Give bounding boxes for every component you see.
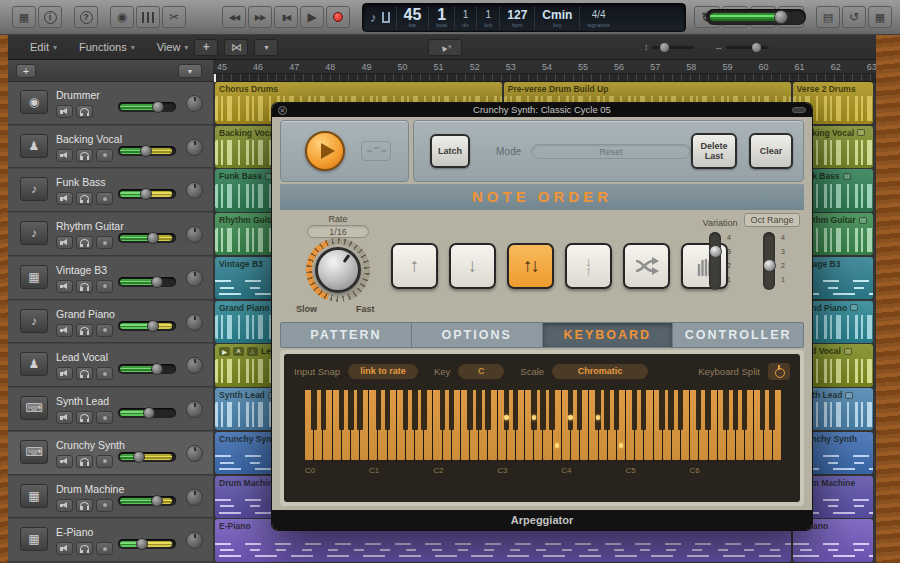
loop-browser-button[interactable] (842, 6, 866, 28)
black-key[interactable] (641, 390, 647, 430)
black-key[interactable] (385, 390, 391, 430)
pan-knob[interactable] (186, 226, 203, 243)
lcd-bpm[interactable]: 127bpm (499, 6, 534, 30)
volume-knob[interactable] (152, 101, 164, 113)
solo-button[interactable] (76, 105, 93, 118)
black-key[interactable] (339, 390, 345, 430)
black-key[interactable] (476, 390, 482, 430)
solo-button[interactable] (76, 149, 93, 162)
volume-slider[interactable] (118, 277, 176, 287)
track-header-rhythm-guitar[interactable]: ♪Rhythm Guitar (8, 213, 213, 256)
volume-slider[interactable] (118, 364, 176, 374)
volume-knob[interactable] (140, 188, 152, 200)
black-key[interactable] (504, 390, 510, 430)
black-key[interactable] (449, 390, 455, 430)
mute-button[interactable] (56, 411, 73, 424)
mute-button[interactable] (56, 280, 73, 293)
variation-slider[interactable] (709, 232, 721, 290)
scale-value[interactable]: Chromatic (552, 364, 648, 379)
note-pads-button[interactable] (816, 6, 840, 28)
master-volume-slider[interactable] (706, 9, 806, 25)
plugin-close-button[interactable]: ✕ (278, 106, 287, 115)
black-key[interactable] (403, 390, 409, 430)
mute-button[interactable] (56, 105, 73, 118)
volume-slider[interactable] (118, 102, 176, 112)
vertical-zoom-slider[interactable]: ↕ (644, 42, 694, 52)
marquee-tool-button[interactable] (194, 39, 218, 56)
black-key[interactable] (604, 390, 610, 430)
record-button[interactable] (96, 499, 113, 512)
track-header-synth-lead[interactable]: ⌨Synth Lead (8, 388, 213, 431)
volume-knob[interactable] (140, 145, 152, 157)
filter-tool-button[interactable] (254, 39, 278, 56)
note-order-converge-button[interactable]: ↓↑ (565, 243, 612, 289)
volume-slider[interactable] (118, 452, 176, 462)
record-button[interactable] (96, 367, 113, 380)
solo-button[interactable] (76, 236, 93, 249)
black-key[interactable] (696, 390, 702, 430)
volume-slider[interactable] (118, 539, 176, 549)
record-button[interactable] (96, 236, 113, 249)
solo-button[interactable] (76, 455, 93, 468)
volume-knob[interactable] (147, 320, 159, 332)
solo-button[interactable] (76, 367, 93, 380)
master-volume-knob[interactable] (774, 10, 788, 24)
black-key[interactable] (485, 390, 491, 430)
track-header-options-button[interactable]: ▼ (178, 64, 202, 78)
delete-last-button[interactable]: Delete Last (691, 133, 737, 169)
horizontal-zoom-slider[interactable]: ↔ (714, 42, 768, 52)
solo-button[interactable] (76, 192, 93, 205)
tab-pattern[interactable]: PATTERN (281, 323, 412, 347)
black-key[interactable] (321, 390, 327, 430)
pan-knob[interactable] (186, 532, 203, 549)
track-header-vintage-b3[interactable]: ▦Vintage B3 (8, 257, 213, 300)
arpeggiator-play-button[interactable] (305, 131, 345, 171)
mute-button[interactable] (56, 149, 73, 162)
track-header-funk-bass[interactable]: ♪Funk Bass (8, 169, 213, 212)
black-key[interactable] (577, 390, 583, 430)
mute-button[interactable] (56, 499, 73, 512)
pan-knob[interactable] (186, 95, 203, 112)
lcd-bar[interactable]: 45bar (396, 6, 429, 30)
volume-slider[interactable] (118, 496, 176, 506)
black-key[interactable] (733, 390, 739, 430)
volume-slider[interactable] (118, 233, 176, 243)
black-key[interactable] (549, 390, 555, 430)
latch-button[interactable]: Latch (430, 134, 470, 168)
track-header-drummer[interactable]: ◉Drummer (8, 82, 213, 125)
black-key[interactable] (668, 390, 674, 430)
black-key[interactable] (659, 390, 665, 430)
black-key[interactable] (467, 390, 473, 430)
playhead[interactable] (214, 74, 216, 82)
editors-button[interactable] (162, 6, 186, 28)
tab-keyboard[interactable]: KEYBOARD (543, 323, 674, 347)
plugin-title-bar[interactable]: Crunchy Synth: Classic Cycle 05 (272, 103, 812, 117)
volume-knob[interactable] (143, 407, 155, 419)
track-header-lead-vocal[interactable]: ♟Lead Vocal (8, 344, 213, 387)
black-key[interactable] (595, 390, 601, 430)
note-order-up-down-button[interactable]: ↑↓ (507, 243, 554, 289)
record-button[interactable] (96, 280, 113, 293)
input-snap-value[interactable]: link to rate (348, 364, 418, 379)
volume-knob[interactable] (151, 276, 163, 288)
black-key[interactable] (760, 390, 766, 430)
variation-slider-knob[interactable] (709, 245, 722, 258)
black-key[interactable] (705, 390, 711, 430)
black-key[interactable] (348, 390, 354, 430)
solo-button[interactable] (76, 280, 93, 293)
black-key[interactable] (723, 390, 729, 430)
crossfade-tool-button[interactable] (224, 39, 248, 56)
solo-button[interactable] (76, 499, 93, 512)
black-key[interactable] (632, 390, 638, 430)
black-key[interactable] (513, 390, 519, 430)
track-header-crunchy-synth[interactable]: ⌨Crunchy Synth (8, 432, 213, 475)
note-order-up-button[interactable]: ↑ (391, 243, 438, 289)
inspector-button[interactable]: i (38, 6, 62, 28)
volume-knob[interactable] (151, 363, 163, 375)
volume-slider[interactable] (118, 146, 176, 156)
pan-knob[interactable] (186, 489, 203, 506)
quick-help-button[interactable]: ? (74, 6, 98, 28)
volume-knob[interactable] (136, 538, 148, 550)
black-key[interactable] (614, 390, 620, 430)
volume-slider[interactable] (118, 189, 176, 199)
